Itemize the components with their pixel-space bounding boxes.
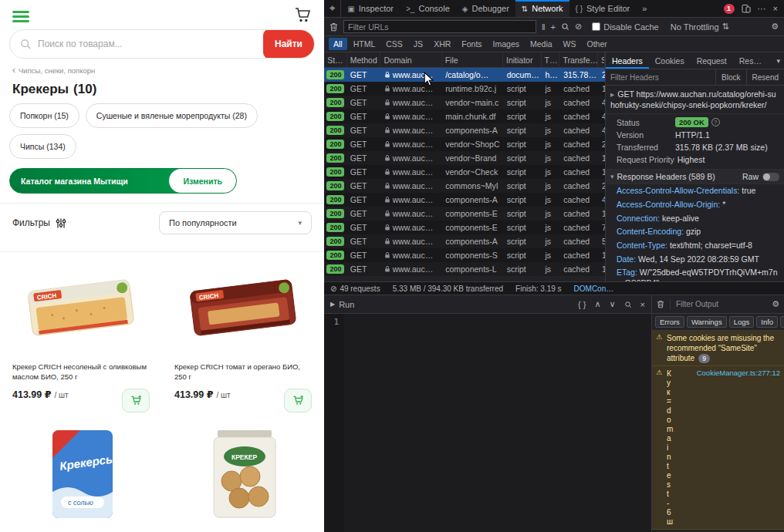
tab-cookies[interactable]: Cookies: [649, 52, 691, 69]
add-to-cart-button[interactable]: [284, 389, 312, 412]
filter-other[interactable]: Other: [583, 38, 612, 50]
filter-css[interactable]: CSS: [381, 38, 407, 50]
tab-debugger[interactable]: ◈Debugger: [456, 0, 515, 17]
col-method[interactable]: Method: [347, 52, 381, 67]
search-editor-icon[interactable]: [624, 301, 632, 308]
network-request-row[interactable]: 200GETwww.auc…components-Sscriptjscached…: [324, 248, 605, 262]
responsive-design-icon[interactable]: [742, 4, 751, 13]
filter-images[interactable]: Images: [488, 38, 524, 50]
change-store-button[interactable]: Изменить: [169, 169, 236, 193]
filter-logs-button[interactable]: Logs: [729, 316, 755, 328]
run-button[interactable]: ▶ Run: [330, 300, 354, 309]
network-settings-icon[interactable]: ⚙: [771, 22, 779, 32]
filter-urls-input[interactable]: [343, 20, 536, 33]
request-url-line[interactable]: ▸GET https://www.auchan.ru/catalog/orehi…: [606, 86, 784, 114]
history-prev-icon[interactable]: ∧: [594, 299, 600, 309]
filter-fonts[interactable]: Fonts: [457, 38, 486, 50]
tab-headers[interactable]: Headers: [606, 52, 649, 69]
product-card-4[interactable]: КРЕКЕР Крекер «Каждый День» классический…: [162, 417, 324, 532]
filter-html[interactable]: HTML: [349, 38, 380, 50]
network-request-row[interactable]: 200GETwww.auc…components-Ascriptjscached…: [324, 123, 605, 137]
filter-info-button[interactable]: Info: [756, 316, 778, 328]
raw-toggle[interactable]: [762, 173, 779, 181]
chip-chips[interactable]: Чипсы (134): [9, 134, 76, 159]
network-request-row[interactable]: 200GETwww.auc…/catalog/o…docum…h…315.78……: [324, 68, 605, 82]
network-request-row[interactable]: 200GETwww.auc…vendor~Checkscriptjscached…: [324, 165, 605, 179]
filter-debug-button[interactable]: D…: [780, 316, 784, 328]
error-count-badge[interactable]: 1: [724, 4, 735, 14]
col-file[interactable]: File: [442, 52, 503, 67]
network-request-row[interactable]: 200GETwww.auc…vendor~Brandscriptjscached…: [324, 151, 605, 165]
source-link[interactable]: CookieManager.ts:277:12: [697, 369, 780, 379]
pretty-print-icon[interactable]: { }: [578, 300, 586, 309]
close-devtools-icon[interactable]: ×: [773, 4, 778, 13]
close-editor-icon[interactable]: ×: [640, 300, 645, 309]
block-button[interactable]: Block: [715, 69, 745, 85]
filter-errors-button[interactable]: Errors: [655, 316, 684, 328]
network-request-row[interactable]: 200GETwww.auc…vendor~main.cscriptjscache…: [324, 96, 605, 109]
sort-dropdown[interactable]: По популярности ▾: [159, 211, 312, 234]
console-warning-samesite[interactable]: ⚠ Some cookies are misusing the recommen…: [652, 331, 784, 366]
product-card-1[interactable]: CRICH Крекер CRICH несоленый с оливковым…: [0, 252, 162, 417]
tab-console[interactable]: >_Console: [400, 0, 456, 17]
chip-seafood[interactable]: Сушеные и вяленые морепродукты (28): [86, 103, 258, 128]
tabs-overflow-caret-icon[interactable]: ▾: [772, 52, 784, 69]
status-help-icon[interactable]: ?: [711, 118, 720, 126]
col-transferred[interactable]: Transfe…: [559, 52, 598, 67]
response-headers-section[interactable]: ▾ Response Headers (589 B) Raw: [606, 170, 784, 184]
col-status[interactable]: St…: [324, 52, 347, 67]
filter-ws[interactable]: WS: [559, 38, 581, 50]
col-domain[interactable]: Domain: [380, 52, 441, 67]
editor-content-area[interactable]: [344, 314, 651, 532]
throttling-dropdown[interactable]: No Throttling ⇅: [671, 22, 729, 32]
filters-button[interactable]: Фильтры: [12, 217, 66, 228]
filter-output-input[interactable]: [676, 300, 766, 308]
add-to-cart-button[interactable]: [122, 389, 150, 412]
tab-style-editor[interactable]: { }Style Editor: [569, 0, 637, 17]
resend-button[interactable]: Resend: [746, 69, 784, 85]
pick-element-button[interactable]: ⌖: [324, 0, 341, 17]
network-request-row[interactable]: 200GETwww.auc…components-Lscriptjscached…: [324, 262, 605, 276]
tab-network[interactable]: ⇅Network: [515, 0, 569, 17]
filter-warnings-button[interactable]: Warnings: [687, 316, 727, 328]
search-requests-icon[interactable]: [561, 22, 569, 31]
col-size[interactable]: S…: [598, 52, 605, 67]
block-requests-icon[interactable]: ⊘: [575, 22, 582, 32]
filter-all[interactable]: All: [329, 38, 347, 50]
breadcrumb[interactable]: ‹ Чипсы, снеки, попкорн: [12, 65, 312, 76]
more-tabs-button[interactable]: »: [636, 0, 653, 17]
network-request-row[interactable]: 200GETwww.auc…commons~MyIscriptjscached2…: [324, 179, 605, 193]
search-input[interactable]: [38, 39, 263, 49]
product-card-2[interactable]: CRICH Крекер CRICH томат и орегано БИО, …: [162, 252, 324, 417]
pause-traffic-icon[interactable]: ‖: [542, 22, 546, 32]
filter-js[interactable]: JS: [409, 38, 427, 50]
new-request-icon[interactable]: +: [551, 22, 556, 32]
network-request-row[interactable]: 200GETwww.auc…main.chunk.dfscriptjscache…: [324, 109, 605, 123]
clear-requests-icon[interactable]: [329, 22, 338, 32]
hamburger-menu-icon[interactable]: [12, 8, 29, 25]
search-submit-button[interactable]: Найти: [263, 29, 314, 59]
tab-inspector[interactable]: ▣Inspector: [341, 0, 400, 17]
console-warning-cookie[interactable]: ⚠ К CookieManager.ts:277:12 ук=domaintes…: [652, 366, 784, 530]
col-type[interactable]: T…: [542, 52, 560, 67]
disable-cache-checkbox[interactable]: [592, 22, 600, 31]
clear-console-icon[interactable]: [657, 300, 664, 308]
tab-response[interactable]: Res…: [733, 52, 768, 69]
filter-xhr[interactable]: XHR: [429, 38, 455, 50]
tab-request[interactable]: Request: [691, 52, 733, 69]
filter-media[interactable]: Media: [525, 38, 557, 50]
network-request-row[interactable]: 200GETwww.auc…components-Ascriptjscached…: [324, 193, 605, 207]
console-settings-icon[interactable]: ⚙: [772, 299, 779, 309]
product-card-3[interactable]: Крекерсы с солью Крекер «АККОНД» Крекерс…: [0, 417, 162, 532]
network-request-row[interactable]: 200GETwww.auc…components-Escriptjscached…: [324, 207, 605, 221]
network-request-row[interactable]: 200GETwww.auc…runtime.b92c.jscriptjscach…: [324, 82, 605, 96]
filter-headers-input[interactable]: [606, 73, 715, 82]
meatball-menu-icon[interactable]: ⋯: [758, 4, 766, 14]
chip-popcorn[interactable]: Попкорн (15): [9, 103, 79, 128]
network-request-row[interactable]: 200GETwww.auc…vendor~ShopCscriptjscached…: [324, 137, 605, 151]
network-request-row[interactable]: 200GETwww.auc…components-Ascriptjscached…: [324, 234, 605, 248]
cart-icon[interactable]: [293, 5, 312, 27]
history-next-icon[interactable]: ∨: [610, 299, 616, 309]
col-initiator[interactable]: Initiator: [503, 52, 542, 67]
network-request-row[interactable]: 200GETwww.auc…components-Escriptjscached…: [324, 221, 605, 234]
